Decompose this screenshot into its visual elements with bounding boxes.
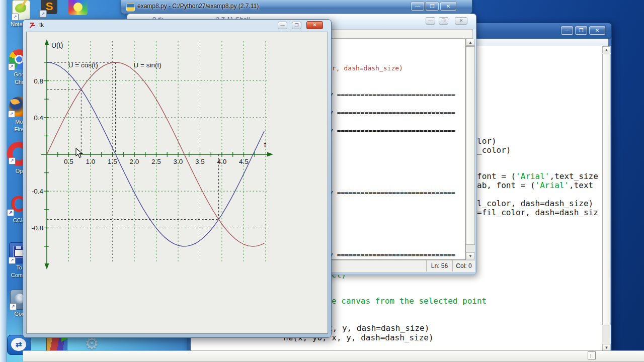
scroll-up-arrow[interactable]: ▲	[466, 39, 475, 46]
firefox-tail	[10, 98, 20, 106]
code-line: r, dash=dash_size)	[332, 65, 403, 72]
y-axis-arrow-up	[45, 39, 49, 45]
desktop-icon-colorful-app[interactable]	[67, 0, 90, 18]
code-line: =fil_color, dash=dash_siz	[477, 208, 598, 217]
x-axis-arrow-right	[267, 152, 273, 157]
minimize-button[interactable]: —	[426, 17, 435, 25]
minimize-button[interactable]: —	[278, 22, 287, 29]
code-line: y ==============================	[329, 127, 455, 134]
horizontal-scrollbar-thumb[interactable]	[588, 351, 596, 359]
x-tick-label: 3.5	[195, 158, 205, 165]
close-button[interactable]: ✕	[455, 17, 467, 25]
shortcut-arrow-icon: ↗	[9, 157, 16, 164]
mouse-cursor	[75, 148, 84, 159]
close-button[interactable]: ✕	[440, 2, 456, 11]
window-tk: tk — ❐ ✕ 0.51.01.52.02.53.03.54.04.50.80…	[23, 19, 332, 338]
shortcut-arrow-icon: ↗	[10, 303, 17, 310]
window-title: tk	[39, 22, 44, 29]
desktop-icon-gear[interactable]: ⚙	[83, 336, 106, 352]
code-line: y ==============================	[329, 189, 455, 196]
thumb-grip	[590, 354, 593, 357]
shortcut-arrow-icon: ↗	[7, 209, 14, 216]
code-line: _color)	[477, 146, 511, 155]
scrollbar-thumb[interactable]	[466, 46, 475, 245]
colorful-app-center	[73, 3, 83, 12]
status-line-number: Ln: 56	[426, 260, 452, 272]
scrollbar-thumb[interactable]	[602, 54, 611, 325]
x-tick-label: 4.0	[217, 158, 227, 165]
vertical-scrollbar[interactable]: ▲ ▼	[466, 39, 475, 260]
chrome-center-dot	[16, 56, 22, 62]
curve-label: U = sin(t)	[134, 61, 162, 69]
y-tick-label: -0.4	[32, 188, 44, 195]
shortcut-arrow-icon: ↗	[8, 63, 15, 70]
x-tick-label: 2.5	[151, 158, 161, 165]
code-line: ab, font = ('Arial',text	[477, 181, 593, 190]
minimize-button[interactable]: —	[411, 2, 424, 11]
y-axis-arrow-down	[45, 263, 49, 269]
close-button[interactable]: ✕	[589, 26, 605, 35]
code-line: x, y, dash=dash_size)	[328, 324, 429, 333]
tk-canvas[interactable]: 0.51.01.52.02.53.03.54.04.50.80.4-0.4-0.…	[26, 32, 328, 334]
maximize-button[interactable]: ❐	[426, 2, 439, 11]
floppy-label	[15, 250, 23, 256]
title-bar[interactable]: tk — ❐ ✕	[23, 20, 331, 32]
maximize-button[interactable]: ❐	[439, 17, 448, 25]
y-axis-title: U(t)	[51, 41, 63, 49]
minimize-button[interactable]: —	[561, 26, 573, 35]
desktop-icon-sublime-text[interactable]: S ↗	[39, 0, 61, 20]
code-line: y ==============================	[329, 109, 455, 116]
close-button[interactable]: ✕	[306, 21, 323, 29]
x-tick-label: 1.5	[108, 158, 117, 165]
x-tick-label: 3.0	[174, 158, 183, 165]
code-line: y ==============================	[329, 91, 455, 98]
shortcut-arrow-icon: ↗	[39, 10, 47, 18]
teamviewer-circle: ⇄	[11, 338, 26, 351]
window-title: examp8.py - C:/Python27/examp8.py (2.7.1…	[137, 3, 259, 10]
window-editor-top: examp8.py - C:/Python27/examp8.py (2.7.1…	[121, 0, 472, 14]
x-tick-label: 0.5	[64, 158, 73, 165]
status-column-number: Col: 0	[452, 260, 475, 272]
floppy-shutter	[16, 246, 21, 249]
code-line: l_color, dash=dash_size)	[477, 199, 593, 208]
x-tick-label: 1.0	[86, 158, 96, 165]
vertical-scrollbar[interactable]: ▲ ▼	[602, 46, 611, 351]
code-line: lor)	[477, 137, 497, 146]
x-tick-label: 2.0	[130, 158, 139, 165]
code-line: y ==============================	[329, 251, 455, 258]
y-tick-label: 0.8	[34, 77, 43, 85]
scroll-up-arrow[interactable]: ▲	[602, 46, 611, 53]
colorful-app-icon	[68, 0, 88, 15]
scroll-down-arrow[interactable]: ▼	[602, 344, 611, 351]
scroll-down-arrow[interactable]: ▼	[466, 252, 475, 259]
maximize-button[interactable]: ❐	[292, 22, 301, 29]
x-axis-title: t	[264, 141, 266, 149]
shortcut-arrow-icon: ↗	[8, 111, 15, 118]
bottom-scrollbar-strip[interactable]	[23, 350, 644, 362]
y-tick-label: 0.4	[34, 114, 43, 122]
x-tick-label: 4.5	[239, 158, 249, 165]
notepad-plus-plus-icon: ↗	[12, 0, 30, 20]
code-line: e canvas from the selected point	[332, 297, 487, 306]
tk-icon	[29, 22, 37, 29]
python-icon	[126, 3, 135, 12]
desktop: ↗ Notep ↗ Goo Chr ↗ Mo Fire ↗ Op C ↗ CCl…	[0, 0, 644, 362]
curve-label: U = cos(t)	[68, 61, 98, 69]
plot-svg: 0.51.01.52.02.53.03.54.04.50.80.4-0.4-0.…	[27, 32, 328, 333]
shortcut-arrow-icon: ↗	[12, 14, 19, 21]
shortcut-arrow-icon: ↗	[9, 257, 16, 264]
code-line: font = ('Arial',text_size	[477, 172, 598, 181]
y-tick-label: -0.8	[32, 224, 43, 232]
maximize-button[interactable]: ❐	[575, 26, 587, 35]
left-window-edge	[0, 0, 7, 362]
